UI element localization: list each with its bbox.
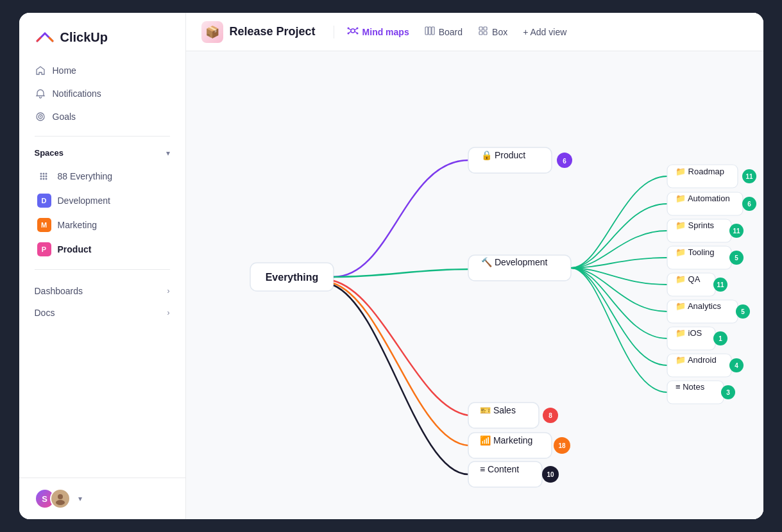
space-product[interactable]: P Product — [22, 237, 183, 262]
everything-icon — [37, 169, 51, 183]
space-marketing[interactable]: M Marketing — [22, 213, 183, 237]
sidebar-footer: S ▾ — [19, 478, 185, 519]
topbar: 📦 Release Project Mind maps Board Box — [186, 13, 763, 51]
avatar-group[interactable]: S — [35, 488, 71, 509]
app-container: ClickUp Home Notifications Goals — [19, 13, 763, 519]
svg-point-10 — [45, 176, 47, 178]
marketing-badge: 18 — [558, 442, 566, 449]
notes-label: ≡ Notes — [676, 382, 705, 392]
roadmap-label: 📁 Roadmap — [676, 166, 724, 177]
development-node-label: 🔨 Development — [481, 257, 547, 268]
svg-rect-24 — [429, 27, 431, 35]
logo-text: ClickUp — [60, 30, 108, 45]
sidebar-divider-2 — [35, 269, 170, 270]
logo-area: ClickUp — [19, 13, 185, 59]
spaces-title: Spaces — [35, 148, 64, 158]
svg-point-2 — [40, 116, 41, 117]
sidebar: ClickUp Home Notifications Goals — [19, 13, 186, 519]
section-dashboards[interactable]: Dashboards › — [27, 280, 178, 302]
project-title: Release Project — [230, 25, 316, 38]
box-tab-icon — [478, 26, 488, 38]
docs-left: Docs — [35, 308, 55, 318]
board-tab-icon — [425, 26, 435, 38]
add-view-label: + Add view — [523, 27, 566, 37]
svg-point-22 — [356, 32, 358, 34]
product-badge: 6 — [563, 158, 566, 165]
home-icon — [35, 65, 46, 76]
add-view-button[interactable]: + Add view — [515, 23, 574, 41]
product-node-label: 🔒 Product — [481, 150, 525, 161]
automation-badge: 6 — [747, 201, 751, 208]
nav-home-label: Home — [53, 65, 76, 76]
space-everything[interactable]: 88 Everything — [22, 164, 183, 188]
nav-notifications[interactable]: Notifications — [27, 82, 178, 105]
analytics-badge: 5 — [741, 308, 745, 315]
qa-badge: 11 — [717, 281, 724, 288]
tab-board-label: Board — [439, 27, 463, 37]
docs-chevron-icon: › — [167, 308, 170, 317]
tab-mindmaps-label: Mind maps — [362, 27, 409, 37]
ios-badge: 1 — [718, 335, 722, 342]
dashboards-left: Dashboards — [35, 286, 83, 296]
svg-point-5 — [40, 178, 42, 180]
marketing-avatar: M — [37, 218, 51, 232]
android-badge: 4 — [735, 362, 738, 369]
nav-home[interactable]: Home — [27, 59, 178, 82]
svg-point-3 — [40, 173, 42, 175]
space-development-label: Development — [58, 195, 111, 206]
svg-point-9 — [45, 173, 47, 175]
svg-point-20 — [347, 32, 349, 34]
android-label: 📁 Android — [676, 354, 717, 365]
tab-board[interactable]: Board — [417, 22, 470, 42]
svg-rect-23 — [425, 27, 428, 35]
svg-point-4 — [40, 176, 42, 178]
content-node-label: ≡ Content — [480, 464, 519, 474]
svg-point-6 — [42, 173, 44, 175]
svg-point-14 — [351, 29, 355, 33]
tooling-badge: 5 — [735, 254, 738, 262]
project-icon: 📦 — [201, 21, 223, 43]
svg-rect-29 — [484, 31, 487, 35]
space-everything-label: 88 Everything — [58, 171, 113, 181]
tab-box[interactable]: Box — [470, 22, 515, 42]
analytics-label: 📁 Analytics — [676, 301, 721, 312]
sidebar-sections: Dashboards › Docs › — [19, 278, 185, 326]
dashboards-chevron-icon: › — [167, 287, 170, 295]
space-marketing-label: Marketing — [58, 220, 97, 230]
mindmaps-tab-icon — [347, 26, 359, 38]
nav-goals[interactable]: Goals — [27, 105, 178, 128]
sales-badge: 8 — [548, 412, 552, 419]
svg-point-11 — [45, 178, 47, 180]
footer-chevron-icon[interactable]: ▾ — [78, 494, 82, 503]
svg-point-8 — [42, 178, 44, 180]
sidebar-divider-1 — [35, 136, 170, 137]
space-development[interactable]: D Development — [22, 188, 183, 213]
svg-rect-28 — [479, 31, 482, 35]
sprints-badge: 11 — [733, 228, 740, 235]
tab-box-label: Box — [492, 27, 507, 37]
section-docs[interactable]: Docs › — [27, 302, 178, 324]
automation-label: 📁 Automation — [676, 193, 730, 204]
tab-divider-1 — [334, 26, 334, 38]
svg-point-21 — [356, 27, 358, 29]
clickup-logo-icon — [35, 27, 55, 47]
ios-label: 📁 iOS — [676, 328, 702, 338]
roadmap-badge: 11 — [745, 173, 753, 180]
main-nav: Home Notifications Goals — [19, 59, 185, 128]
svg-point-7 — [42, 176, 44, 178]
tooling-label: 📁 Tooling — [676, 247, 715, 258]
qa-label: 📁 QA — [676, 274, 701, 285]
svg-point-12 — [58, 494, 63, 499]
docs-label: Docs — [35, 308, 55, 318]
sales-node-label: 🎫 Sales — [480, 405, 516, 416]
spaces-list: 88 Everything D Development M Marketing … — [19, 164, 185, 262]
user-avatar-face — [50, 488, 71, 509]
tab-mindmaps[interactable]: Mind maps — [339, 22, 417, 42]
svg-rect-27 — [484, 27, 487, 30]
notes-badge: 3 — [726, 389, 730, 396]
bell-icon — [35, 88, 46, 99]
main-area: 📦 Release Project Mind maps Board Box — [186, 13, 763, 519]
dashboards-label: Dashboards — [35, 286, 83, 296]
center-node-label: Everything — [265, 272, 318, 283]
spaces-collapse-icon[interactable]: ▾ — [166, 149, 170, 158]
